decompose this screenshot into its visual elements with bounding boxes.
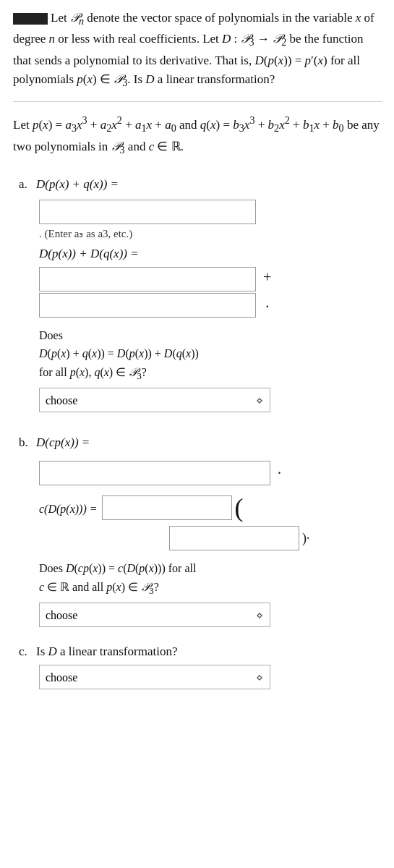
part-a-symbols: + · (263, 269, 271, 315)
part-b-paren-open: ( (235, 494, 244, 523)
part-b-eq-label: c(D(p(x))) = (39, 503, 98, 516)
part-c-section: c. Is D a linear transformation? choose … (12, 644, 382, 689)
part-a-input-3[interactable] (39, 293, 256, 318)
part-a-inputs: . (Enter a₃ as a3, etc.) D(p(x)) + D(q(x… (19, 200, 382, 412)
part-b-label: b. D(cp(x)) = (19, 433, 382, 452)
part-c-label: c. Is D a linear transformation? (19, 644, 382, 659)
part-b-equation: D(cp(x)) = (36, 433, 90, 452)
part-b-select-wrapper[interactable]: choose yes no (39, 603, 270, 627)
part-b-dot-1: · (278, 465, 281, 482)
part-a-input-row: + · (39, 267, 382, 318)
part-b-cdp-row: c(D(p(x))) = ( (39, 495, 382, 523)
part-a-stacked-inputs (39, 267, 256, 318)
part-c-question: Is D a linear transformation? (36, 644, 177, 659)
part-b-input-2[interactable] (102, 495, 232, 520)
part-c-choose-wrapper: choose yes no (39, 665, 382, 689)
part-a-eq2: D(p(x)) + D(q(x)) = (39, 244, 382, 263)
intro-paragraph-1: Let 𝒫n denote the vector space of polyno… (13, 9, 382, 91)
intro-paragraph-2: Let p(x) = a3x3 + a2x2 + a1x + a0 and q(… (13, 112, 382, 158)
part-b-select[interactable]: choose yes no (39, 603, 270, 627)
part-a-does-question: Does D(p(x) + q(x)) = D(p(x)) + D(q(x)) … (39, 326, 382, 384)
part-a-hint: . (Enter a₃ as a3, etc.) (39, 227, 382, 240)
part-a-letter: a. (19, 177, 32, 192)
plus-icon: + (263, 269, 271, 286)
divider-1 (13, 101, 382, 102)
part-b-paren-input: ( (102, 495, 244, 523)
part-a-select[interactable]: choose yes no (39, 388, 270, 412)
part-b-inputs: · c(D(p(x))) = ( )· Does D(cp(x)) = c(D(… (19, 458, 382, 627)
black-box (13, 13, 48, 25)
part-b-paren-close-row: )· (39, 526, 382, 550)
part-a-label: a. D(p(x) + q(x)) = (19, 174, 382, 194)
part-b-input-row-1: · (39, 458, 382, 488)
dot-icon: · (265, 299, 269, 315)
part-b-letter: b. (19, 435, 32, 450)
intro-block: Let 𝒫n denote the vector space of polyno… (12, 9, 382, 158)
part-a-equation: D(p(x) + q(x)) = (36, 174, 119, 194)
part-c-select[interactable]: choose yes no (39, 665, 270, 689)
part-b-input-1[interactable] (39, 461, 270, 485)
part-b-section: b. D(cp(x)) = · c(D(p(x))) = ( )· Does D… (12, 433, 382, 627)
pn-notation: 𝒫n (70, 11, 84, 25)
part-b-does-question: Does D(cp(x)) = c(D(p(x))) for all c ∈ ℝ… (39, 559, 382, 598)
part-a-select-wrapper[interactable]: choose yes no (39, 388, 270, 412)
part-c-choose-container: choose yes no (19, 665, 382, 689)
part-a-choose-wrapper: choose yes no (39, 388, 382, 412)
part-c-select-wrapper[interactable]: choose yes no (39, 665, 270, 689)
part-b-close-paren-dot: )· (302, 531, 310, 546)
part-c-letter: c. (19, 644, 32, 659)
part-a-input-2[interactable] (39, 267, 256, 292)
part-a-section: a. D(p(x) + q(x)) = . (Enter a₃ as a3, e… (12, 174, 382, 412)
part-a-input-1[interactable] (39, 200, 256, 224)
part-b-input-3[interactable] (169, 526, 299, 550)
part-b-choose-wrapper: choose yes no (39, 603, 382, 627)
